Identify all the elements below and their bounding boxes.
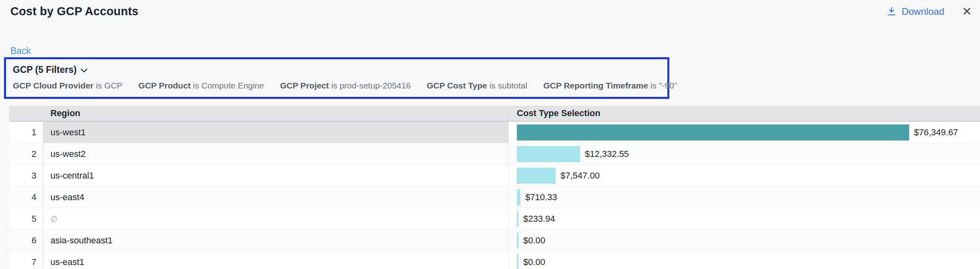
row-number: 7 [9,251,43,269]
cost-bar-cell: $0.00 [508,251,980,269]
cost-bar-cell: $0.00 [508,230,980,251]
filter-condition-2[interactable]: GCP Project is prod-setup-205416 [280,81,410,90]
cost-bar[interactable] [517,254,518,269]
filter-condition-4[interactable]: GCP Reporting Timeframe is "-90" [543,81,677,90]
table-header-row: Region Cost Type Selection [9,106,980,122]
download-button[interactable]: Download [886,6,944,17]
cost-report-panel: Cost by GCP Accounts Download ✕ Back GCP… [0,0,980,269]
filter-highlight-box: GCP (5 Filters) GCP Cloud Provider is GC… [4,57,669,99]
table-row[interactable]: 4us-east4$710.33 [9,187,980,208]
null-value-icon: ∅ [50,214,57,224]
chevron-down-icon [80,64,88,75]
cost-bar-cell: $710.33 [508,187,980,208]
row-number: 6 [9,230,43,251]
filter-condition-1[interactable]: GCP Product is Compute Engine [139,81,264,90]
region-column-header: Region [43,108,508,118]
row-number: 3 [9,165,43,186]
filter-condition-3[interactable]: GCP Cost Type is subtotal [427,81,527,90]
table-row[interactable]: 2us-west2$12,332.55 [9,143,980,165]
cost-table: Region Cost Type Selection 1us-west1$76,… [9,106,980,269]
cost-bar-cell: $233.94 [508,208,980,229]
cost-column-header: Cost Type Selection [508,108,980,118]
cost-value-label: $0.00 [523,257,545,267]
table-row[interactable]: 1us-west1$76,349.67 [9,122,980,143]
table-row[interactable]: 3us-central1$7,547.00 [9,165,980,187]
row-number: 4 [9,187,43,208]
back-link[interactable]: Back [10,46,31,56]
download-icon [886,6,897,17]
applied-filters-list: GCP Cloud Provider is GCPGCP Product is … [13,81,667,90]
cost-bar-cell: $7,547.00 [508,165,980,186]
download-label: Download [902,6,944,17]
region-cell[interactable]: asia-southeast1 [43,230,508,251]
filter-summary-label: GCP (5 Filters) [13,64,76,75]
cost-bar[interactable] [517,189,520,205]
table-row[interactable]: 6asia-southeast1$0.00 [9,230,980,251]
close-icon[interactable]: ✕ [962,6,972,18]
table-body: 1us-west1$76,349.672us-west2$12,332.553u… [9,122,980,269]
cost-bar[interactable] [517,124,909,141]
region-cell[interactable]: us-central1 [43,165,508,186]
page-title: Cost by GCP Accounts [10,5,139,18]
cost-bar[interactable] [517,233,518,249]
row-number: 5 [9,208,43,229]
row-number: 1 [9,122,43,143]
region-cell[interactable]: us-west2 [43,143,508,165]
region-cell[interactable]: us-east4 [43,187,508,208]
cost-value-label: $76,349.67 [914,127,958,138]
table-row[interactable]: 5∅$233.94 [9,208,980,230]
cost-bar[interactable] [517,168,556,184]
row-number: 2 [9,143,43,165]
table-row[interactable]: 7us-east1$0.00 [9,251,980,269]
cost-bar[interactable] [517,146,580,162]
cost-bar-cell: $12,332.55 [508,143,980,165]
cost-bar-cell: $76,349.67 [508,122,980,143]
filter-summary-toggle[interactable]: GCP (5 Filters) [13,64,667,75]
region-cell[interactable]: us-west1 [43,122,508,143]
cost-value-label: $233.94 [523,214,555,224]
region-cell[interactable]: ∅ [43,208,508,229]
cost-bar[interactable] [517,211,518,227]
cost-value-label: $12,332.55 [585,149,629,159]
cost-value-label: $0.00 [523,235,545,246]
header-actions: Download ✕ [886,6,972,18]
filter-condition-0[interactable]: GCP Cloud Provider is GCP [13,81,122,90]
cost-value-label: $710.33 [525,192,557,203]
region-cell[interactable]: us-east1 [43,251,508,269]
cost-value-label: $7,547.00 [560,171,600,181]
